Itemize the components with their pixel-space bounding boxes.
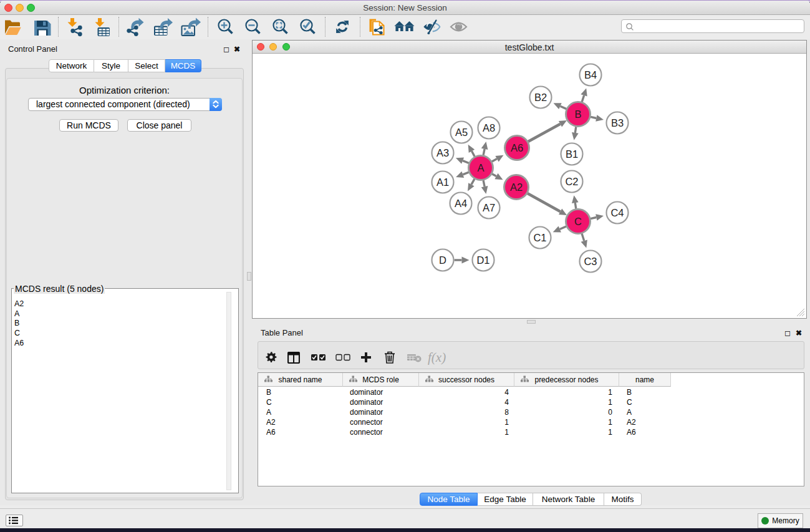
svg-text:A: A (477, 162, 484, 173)
svg-text:B: B (574, 109, 581, 120)
svg-text:B2: B2 (534, 92, 547, 103)
svg-text:A6: A6 (511, 142, 523, 153)
svg-text:D1: D1 (476, 254, 489, 266)
svg-text:A7: A7 (483, 202, 495, 213)
svg-text:A2: A2 (510, 181, 523, 193)
svg-text:A4: A4 (455, 198, 467, 209)
svg-text:B4: B4 (584, 69, 597, 80)
svg-text:B3: B3 (611, 117, 624, 128)
svg-text:C2: C2 (565, 176, 578, 187)
svg-text:C: C (574, 216, 582, 227)
svg-text:C1: C1 (533, 232, 546, 243)
svg-text:A1: A1 (436, 177, 449, 188)
svg-text:A3: A3 (436, 147, 449, 158)
svg-text:D: D (439, 254, 446, 266)
svg-text:A5: A5 (455, 127, 468, 138)
svg-text:B1: B1 (566, 148, 578, 160)
svg-text:C3: C3 (584, 256, 597, 267)
svg-text:A8: A8 (483, 122, 495, 133)
svg-text:C4: C4 (610, 207, 624, 218)
